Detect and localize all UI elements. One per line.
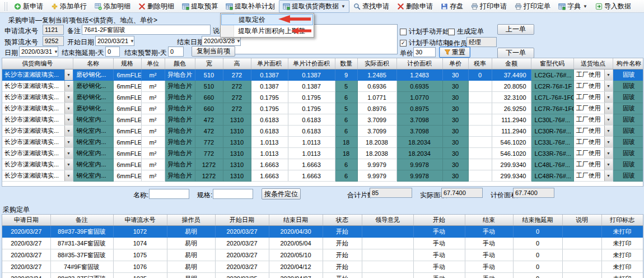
cell-supplier[interactable]: 长沙市潇湘玻璃实...▼ <box>2 114 73 126</box>
cell-actual_area[interactable]: 9.9979 <box>357 159 396 170</box>
cell-delivery[interactable]: 工厂使用▼ <box>573 81 613 92</box>
cell-qty[interactable]: 9 <box>335 70 357 81</box>
cell-start[interactable]: 手动 <box>413 238 465 249</box>
add-row-button[interactable]: 添加单行 <box>47 0 91 13</box>
cell-supplier[interactable]: 长沙市潇湘玻璃实...▼ <box>2 148 73 159</box>
cell-price_area[interactable]: 0.6935 <box>396 81 442 92</box>
note-input[interactable] <box>82 25 211 35</box>
cell-price_area[interactable]: 18.2034 <box>396 148 442 159</box>
cell-remark[interactable] <box>562 249 601 261</box>
cell-delay[interactable]: 0 <box>513 226 562 238</box>
cell-delay[interactable]: 0 <box>513 273 562 278</box>
cell-unit[interactable]: m² <box>141 159 165 170</box>
cell-name[interactable]: 钢化室内... <box>73 148 113 159</box>
grid-row[interactable]: 长沙市潇湘玻璃实...▼磨砂钢化...6mmFLE...m²异地合片660272… <box>2 103 643 114</box>
cell-width[interactable]: 472 <box>195 114 223 126</box>
cell-height[interactable]: 1310 <box>223 159 251 170</box>
chevron-down-icon[interactable]: ▼ <box>604 114 613 125</box>
cell-height[interactable]: 1310 <box>223 126 251 137</box>
cell-unit[interactable]: m² <box>141 103 165 114</box>
cell-amount[interactable]: 299.9340 <box>492 159 531 170</box>
col-header-end_date[interactable]: 结束日期 <box>269 215 323 226</box>
col-header-delay[interactable]: 结束拖延期 <box>513 215 562 226</box>
request-serial-input[interactable] <box>43 25 64 35</box>
chevron-down-icon[interactable]: ▼ <box>64 114 73 125</box>
col-header-delivery[interactable]: 送货地点 <box>573 58 613 70</box>
generate-order-checkbox[interactable]: 生成定单 <box>448 27 484 36</box>
cell-end[interactable]: 手动 <box>465 261 513 273</box>
grid-row[interactable]: 长沙市潇湘玻璃实...▼钢化室内...6mmFLE...m²异地合片772131… <box>2 148 643 159</box>
unit-price-input[interactable] <box>413 47 436 57</box>
cell-unit[interactable]: m² <box>141 114 165 126</box>
cell-qty[interactable]: 6 <box>335 126 357 137</box>
cell-piece_area[interactable]: 1.6663 <box>251 159 288 170</box>
cell-color[interactable]: 异地合片 <box>165 70 195 81</box>
cell-print_flag[interactable]: 未打印 <box>601 249 643 261</box>
cell-price_area[interactable]: 1.2483 <box>396 70 442 81</box>
cell-end_date[interactable]: 2020/05/10 <box>269 249 323 261</box>
cell-width[interactable]: 772 <box>195 148 223 159</box>
col-header-piece_price_area[interactable]: 单片计价面积 <box>288 58 335 70</box>
col-header-name[interactable]: 名称 <box>73 58 113 70</box>
cell-width[interactable]: 510 <box>195 70 223 81</box>
cell-tax_rate[interactable] <box>468 81 492 92</box>
cell-spec[interactable]: 6mmFLE... <box>113 126 141 137</box>
cell-delivery[interactable]: 工厂使用▼ <box>573 137 613 148</box>
cell-price_area[interactable]: 0.8975 <box>396 103 442 114</box>
cell-end_date[interactable]: 2020/04/12 <box>269 261 323 273</box>
cell-operator[interactable]: 易明 <box>167 261 215 273</box>
cell-leader_opinion[interactable] <box>362 273 413 278</box>
col-header-start[interactable]: 开始 <box>413 215 465 226</box>
cell-component[interactable]: 固玻 <box>613 148 643 159</box>
cell-start_date[interactable]: 2020/03/27 <box>215 249 269 261</box>
cell-tax_rate[interactable] <box>468 148 492 159</box>
cell-name[interactable]: 磨砂钢化... <box>73 81 113 92</box>
cell-amount[interactable]: 26.9250 <box>492 103 531 114</box>
cell-width[interactable]: 1272 <box>195 170 223 182</box>
import-data-button[interactable]: 导入数据 <box>591 0 635 13</box>
chevron-down-icon[interactable]: ▼ <box>235 39 242 44</box>
cell-start[interactable]: 手动 <box>413 273 465 278</box>
grid-row[interactable]: 长沙市潇湘玻璃实...▼钢化室内...6mmFLE...m²异地合片127213… <box>2 159 643 170</box>
cell-qty[interactable]: 5 <box>335 103 357 114</box>
cell-spec[interactable]: 6mmFLE... <box>113 170 141 182</box>
cell-height[interactable]: 272 <box>223 103 251 114</box>
grid-row[interactable]: 长沙市潇湘玻璃实...▼钢化室内...6mmFLE...m²异地合片472131… <box>2 114 643 126</box>
cell-height[interactable]: 272 <box>223 92 251 103</box>
cell-piece_price_area[interactable]: 0.6183 <box>288 114 335 126</box>
cell-color[interactable]: 异地合片 <box>165 81 195 92</box>
grid-row[interactable]: 2020/03/2789#37-39F窗固玻1072易明2020/03/2720… <box>2 226 643 238</box>
date-picker[interactable]: 2020/03/31▼ <box>19 47 58 57</box>
cell-operator[interactable]: 易明 <box>167 238 215 249</box>
cell-spec[interactable]: 6mmFLE... <box>113 137 141 148</box>
cell-window_code[interactable]: LC7L-76#-1FO <box>531 92 573 103</box>
chevron-down-icon[interactable]: ▼ <box>64 103 73 114</box>
cell-color[interactable]: 异地合片 <box>165 148 195 159</box>
cell-piece_price_area[interactable]: 1.0113 <box>288 148 335 159</box>
cell-supplier[interactable]: 长沙市潇湘玻璃实...▼ <box>2 170 73 182</box>
cell-window_code[interactable]: LC7R-76#-1FO <box>531 103 573 114</box>
chevron-down-icon[interactable]: ▼ <box>64 92 73 103</box>
cell-height[interactable]: 1310 <box>223 170 251 182</box>
cell-supplier[interactable]: 长沙市潇湘玻璃实...▼ <box>2 70 73 81</box>
cell-qty[interactable]: 18 <box>335 137 357 148</box>
cell-delivery[interactable]: 工厂使用▼ <box>573 170 613 182</box>
cell-req_date[interactable]: 2020/03/27 <box>2 261 50 273</box>
cell-start_date[interactable]: 2020/03/25 <box>215 273 269 278</box>
cell-status[interactable]: 开始 <box>323 261 362 273</box>
cell-height[interactable]: 1310 <box>223 137 251 148</box>
col-header-status[interactable]: 状态 <box>323 215 362 226</box>
col-header-start_date[interactable]: 开始日期 <box>215 215 269 226</box>
cell-qty[interactable]: 6 <box>335 114 357 126</box>
cell-component[interactable]: 固玻 <box>613 126 643 137</box>
cell-serial[interactable]: 1076 <box>113 261 167 273</box>
cell-start_date[interactable]: 2020/03/27 <box>215 261 269 273</box>
cell-spec[interactable]: 6mmFLE... <box>113 114 141 126</box>
cell-actual_area[interactable]: 3.7099 <box>357 114 396 126</box>
cell-tax_rate[interactable] <box>468 103 492 114</box>
cell-spec[interactable]: 6mmFLE... <box>113 148 141 159</box>
cell-component[interactable]: 固玻 <box>613 137 643 148</box>
cell-amount[interactable]: 111.2940 <box>492 114 531 126</box>
cell-height[interactable]: 1310 <box>223 148 251 159</box>
cell-tax_rate[interactable] <box>468 114 492 126</box>
